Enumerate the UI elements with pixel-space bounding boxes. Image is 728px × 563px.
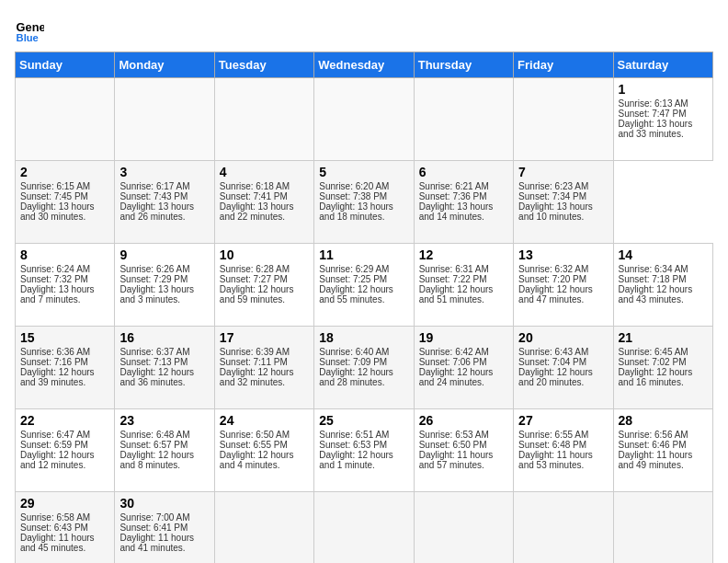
sunrise: Sunrise: 6:23 AM [518,181,588,191]
daylight: Daylight: 11 hours and 45 minutes. [20,533,95,553]
day-number: 26 [419,413,508,428]
day-number: 4 [220,165,309,179]
sunrise: Sunrise: 6:56 AM [619,430,688,440]
sunrise: Sunrise: 6:32 AM [518,264,588,274]
day-number: 18 [319,330,408,345]
sunset: Sunset: 7:29 PM [119,274,188,284]
daylight: Daylight: 13 hours and 14 minutes. [419,201,494,222]
day-number: 16 [119,330,209,345]
daylight: Daylight: 13 hours and 18 minutes. [319,201,393,222]
week-row-1: 2Sunrise: 6:15 AMSunset: 7:45 PMDaylight… [16,161,713,244]
sunset: Sunset: 7:11 PM [220,357,288,367]
calendar-cell: 17Sunrise: 6:39 AMSunset: 7:11 PMDayligh… [214,327,313,409]
week-row-2: 8Sunrise: 6:24 AMSunset: 7:32 PMDaylight… [16,244,713,327]
day-number: 17 [220,330,309,345]
day-number: 5 [319,165,408,179]
daylight: Daylight: 12 hours and 12 minutes. [20,450,95,470]
calendar-cell: 11Sunrise: 6:29 AMSunset: 7:25 PMDayligh… [314,244,414,327]
calendar-cell: 29Sunrise: 6:58 AMSunset: 6:43 PMDayligh… [16,492,115,564]
calendar-cell [314,492,414,564]
sunset: Sunset: 6:48 PM [518,440,586,450]
sunrise: Sunrise: 6:26 AM [119,264,189,274]
calendar-cell: 15Sunrise: 6:36 AMSunset: 7:16 PMDayligh… [16,327,115,409]
sunset: Sunset: 6:57 PM [119,440,188,450]
calendar-cell: 6Sunrise: 6:21 AMSunset: 7:36 PMDaylight… [414,161,513,244]
daylight: Daylight: 12 hours and 4 minutes. [220,450,294,470]
svg-text:Blue: Blue [17,32,39,43]
calendar-cell [214,492,313,564]
daylight: Daylight: 13 hours and 10 minutes. [518,201,593,222]
day-number: 1 [619,82,708,97]
calendar-cell [16,78,115,161]
sunset: Sunset: 7:43 PM [119,191,188,201]
calendar-cell: 1Sunrise: 6:13 AMSunset: 7:47 PMDaylight… [613,78,712,161]
sunset: Sunset: 7:34 PM [518,191,586,201]
day-number: 9 [119,247,209,262]
calendar-cell: 7Sunrise: 6:23 AMSunset: 7:34 PMDaylight… [514,161,613,244]
day-number: 24 [220,413,309,428]
sunrise: Sunrise: 6:24 AM [20,264,90,274]
daylight: Daylight: 12 hours and 16 minutes. [619,367,693,387]
page-header: General Blue [15,15,713,44]
daylight: Daylight: 13 hours and 26 minutes. [119,201,194,222]
daylight: Daylight: 12 hours and 39 minutes. [20,367,95,387]
day-number: 6 [419,165,508,179]
sunset: Sunset: 7:41 PM [220,191,288,201]
sunset: Sunset: 7:45 PM [20,191,88,201]
day-number: 7 [518,165,608,179]
col-header-thursday: Thursday [414,52,513,78]
day-number: 13 [518,247,608,262]
calendar-cell [514,78,613,161]
sunset: Sunset: 7:32 PM [20,274,88,284]
calendar-cell: 9Sunrise: 6:26 AMSunset: 7:29 PMDaylight… [115,244,214,327]
day-number: 8 [20,247,109,262]
sunrise: Sunrise: 6:53 AM [419,430,489,440]
sunrise: Sunrise: 6:29 AM [319,264,389,274]
sunset: Sunset: 7:36 PM [419,191,487,201]
sunset: Sunset: 7:06 PM [419,357,487,367]
sunrise: Sunrise: 6:20 AM [319,181,389,191]
day-number: 19 [419,330,508,345]
day-number: 2 [20,165,109,179]
sunrise: Sunrise: 6:51 AM [319,430,389,440]
calendar-cell: 3Sunrise: 6:17 AMSunset: 7:43 PMDaylight… [115,161,214,244]
daylight: Daylight: 12 hours and 43 minutes. [619,284,693,304]
sunset: Sunset: 7:02 PM [619,357,687,367]
daylight: Daylight: 12 hours and 55 minutes. [319,284,393,304]
week-row-0: 1Sunrise: 6:13 AMSunset: 7:47 PMDaylight… [16,78,713,161]
logo: General Blue [15,15,48,44]
sunset: Sunset: 6:41 PM [119,523,188,533]
day-number: 27 [518,413,608,428]
calendar-cell: 21Sunrise: 6:45 AMSunset: 7:02 PMDayligh… [613,327,712,409]
sunrise: Sunrise: 6:48 AM [119,430,189,440]
sunset: Sunset: 7:27 PM [220,274,288,284]
daylight: Daylight: 12 hours and 1 minute. [319,450,393,470]
daylight: Daylight: 13 hours and 22 minutes. [220,201,294,222]
daylight: Daylight: 11 hours and 41 minutes. [119,533,194,553]
daylight: Daylight: 12 hours and 36 minutes. [119,367,194,387]
calendar-cell [214,78,313,161]
calendar-cell: 4Sunrise: 6:18 AMSunset: 7:41 PMDaylight… [214,161,313,244]
sunset: Sunset: 7:22 PM [419,274,487,284]
calendar-cell [613,492,712,564]
calendar-cell: 24Sunrise: 6:50 AMSunset: 6:55 PMDayligh… [214,409,313,492]
daylight: Daylight: 12 hours and 32 minutes. [220,367,294,387]
sunrise: Sunrise: 6:47 AM [20,430,90,440]
sunrise: Sunrise: 6:55 AM [518,430,588,440]
calendar-cell: 20Sunrise: 6:43 AMSunset: 7:04 PMDayligh… [514,327,613,409]
day-number: 30 [119,496,209,511]
day-number: 14 [619,247,708,262]
col-header-wednesday: Wednesday [314,52,414,78]
sunset: Sunset: 7:20 PM [518,274,586,284]
day-number: 23 [119,413,209,428]
sunset: Sunset: 7:47 PM [619,109,687,119]
calendar-cell [314,78,414,161]
sunrise: Sunrise: 6:21 AM [419,181,489,191]
col-header-friday: Friday [514,52,613,78]
daylight: Daylight: 11 hours and 57 minutes. [419,450,494,470]
sunrise: Sunrise: 6:58 AM [20,512,90,523]
col-header-monday: Monday [115,52,214,78]
calendar-cell: 27Sunrise: 6:55 AMSunset: 6:48 PMDayligh… [514,409,613,492]
col-header-tuesday: Tuesday [214,52,313,78]
week-row-3: 15Sunrise: 6:36 AMSunset: 7:16 PMDayligh… [16,327,713,409]
